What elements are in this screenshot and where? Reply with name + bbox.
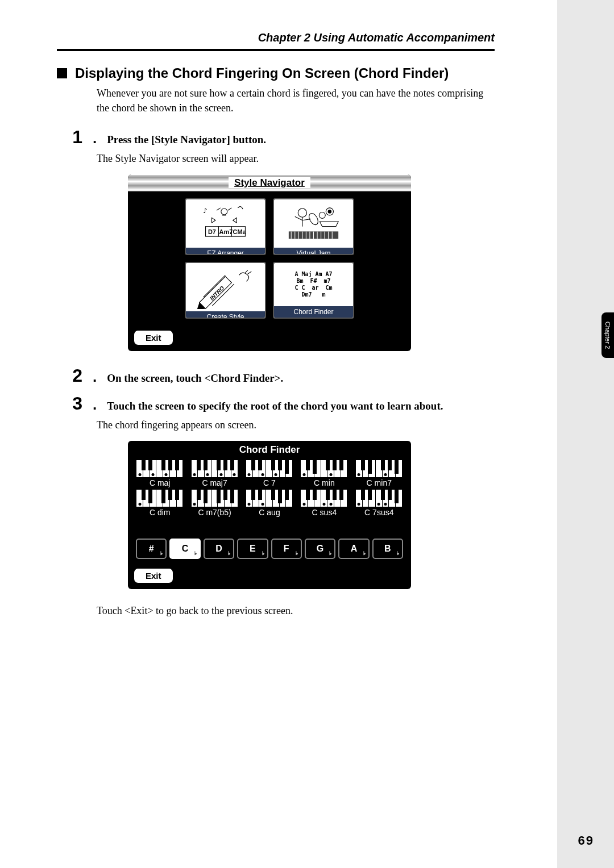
nav-title: Style Navigator [229, 177, 310, 189]
root-g-button[interactable]: G♭ [305, 539, 335, 559]
chord-label: C min7 [355, 477, 403, 487]
chord-cell[interactable]: C 7sus4 [355, 490, 403, 517]
chord-label: C m7(b5) [190, 507, 238, 517]
root-a-button[interactable]: A♭ [338, 539, 369, 559]
step-1: 1 . Press the [Style Navigator] button. [57, 127, 495, 148]
chord-cell[interactable]: C m7(b5) [190, 490, 238, 517]
chord-cell[interactable]: C maj7 [190, 460, 238, 487]
svg-text:Am7: Am7 [219, 228, 233, 235]
tile-ez-arranger[interactable]: ♪ D7 Am7 CMa [185, 198, 266, 255]
chord-label: C maj7 [190, 477, 238, 487]
svg-point-12 [319, 212, 325, 219]
step-number: 3 [57, 393, 82, 414]
header-rule [57, 49, 495, 51]
tile-vj-label: Virtual Jam [274, 248, 353, 256]
tile-cs-art: INTRO [186, 263, 265, 311]
step-instruction: On the screen, touch <Chord Finder>. [107, 371, 495, 386]
root-d-button[interactable]: D♭ [204, 539, 234, 559]
chord-label: C dim [136, 507, 184, 517]
chord-cell[interactable]: C min7 [355, 460, 403, 487]
root-b-button[interactable]: B♭ [372, 539, 403, 559]
nav-body: ♪ D7 Am7 CMa [128, 191, 411, 326]
step-dot: . [93, 396, 97, 414]
chord-finder-screenshot: Chord Finder C maj C maj7 [128, 441, 495, 589]
step-number: 1 [57, 127, 82, 148]
tile-cf-label: Chord Finder [274, 306, 353, 318]
nav-title-bar: Style Navigator [128, 174, 411, 191]
step-instruction: Touch the screen to specify the root of … [107, 399, 495, 414]
chapter-header: Chapter 2 Using Automatic Accompaniment [57, 31, 495, 49]
step-2: 2 . On the screen, touch <Chord Finder>. [57, 365, 495, 386]
style-navigator-screenshot: Style Navigator ♪ [128, 174, 495, 351]
step-3: 3 . Touch the screen to specify the root… [57, 393, 495, 414]
chord-screen-frame: Chord Finder C maj C maj7 [128, 441, 411, 589]
tile-virtual-jam[interactable]: Virtual Jam [273, 198, 354, 255]
chord-cell[interactable]: C sus4 [300, 490, 348, 517]
svg-text:D7: D7 [208, 228, 216, 235]
step-number: 2 [57, 365, 82, 386]
page-content: Chapter 2 Using Automatic Accompaniment … [57, 31, 495, 627]
section-heading-row: Displaying the Chord Fingering On Screen… [57, 65, 495, 81]
chord-cell[interactable]: C maj [136, 460, 184, 487]
section-title: Displaying the Chord Fingering On Screen… [75, 65, 449, 81]
side-gutter: Chapter 2 [557, 0, 614, 868]
virtual-jam-icon [276, 202, 351, 245]
mini-keyboard-icon [301, 490, 347, 507]
chord-grid: C maj C maj7 C 7 [128, 460, 411, 523]
root-f-button[interactable]: F♭ [271, 539, 302, 559]
step-dot: . [93, 130, 97, 147]
chord-label: C sus4 [300, 507, 348, 517]
create-style-icon: INTRO [188, 265, 263, 308]
mini-keyboard-icon [246, 490, 293, 507]
chord-finder-title: Chord Finder [128, 441, 411, 460]
tile-ez-art: ♪ D7 Am7 CMa [186, 199, 265, 247]
svg-point-11 [328, 210, 332, 214]
closing-text: Touch <Exit> to go back to the previous … [97, 603, 495, 618]
nav-screen-frame: Style Navigator ♪ [128, 174, 411, 351]
nav-exit-button[interactable]: Exit [134, 330, 173, 345]
chord-cell[interactable]: C min [300, 460, 348, 487]
chord-label: C aug [246, 507, 293, 517]
chord-label: C 7sus4 [355, 507, 403, 517]
step-3-sub: The chord fingering appears on screen. [97, 418, 495, 432]
mini-keyboard-icon [136, 490, 183, 507]
root-e-button[interactable]: E♭ [237, 539, 268, 559]
tile-cf-hint: A Maj Am A7 Bm F# m7 C C ar Cm Dm7 m [294, 271, 332, 298]
chapter-side-tab: Chapter 2 [601, 312, 614, 358]
mini-keyboard-icon [192, 460, 238, 477]
page-number: 69 [578, 833, 594, 848]
svg-text:CMa: CMa [233, 228, 247, 235]
chord-footer: Exit [128, 565, 411, 589]
ez-arranger-icon: ♪ D7 Am7 CMa [188, 202, 263, 245]
tile-vj-art [274, 199, 353, 247]
section-intro: Whenever you are not sure how a certain … [97, 86, 495, 115]
step-1-sub: The Style Navigator screen will appear. [97, 151, 495, 166]
chord-cell[interactable]: C aug [246, 490, 293, 517]
mini-keyboard-icon [136, 460, 183, 477]
chord-label: C min [300, 477, 348, 487]
root-c-button[interactable]: C♭ [169, 539, 200, 559]
tile-create-style[interactable]: INTRO Create Style [185, 262, 266, 319]
chord-cell[interactable]: C 7 [246, 460, 293, 487]
chord-label: C 7 [246, 477, 293, 487]
root-note-row: #♭ C♭ D♭ E♭ F♭ G♭ A♭ B♭ [128, 523, 411, 565]
step-dot: . [93, 368, 97, 386]
nav-footer: Exit [128, 326, 411, 351]
root-sharp-button[interactable]: #♭ [136, 539, 167, 559]
chord-cell[interactable]: C dim [136, 490, 184, 517]
tile-cs-label: Create Style [186, 311, 265, 319]
svg-point-8 [298, 208, 306, 217]
mini-keyboard-icon [356, 460, 403, 477]
chord-label: C maj [136, 477, 184, 487]
tile-chord-finder[interactable]: A Maj Am A7 Bm F# m7 C C ar Cm Dm7 m Cho… [273, 262, 354, 319]
mini-keyboard-icon [246, 460, 293, 477]
step-instruction: Press the [Style Navigator] button. [107, 132, 495, 148]
tile-cf-art: A Maj Am A7 Bm F# m7 C C ar Cm Dm7 m [274, 263, 353, 306]
mini-keyboard-icon [356, 490, 403, 507]
chord-exit-button[interactable]: Exit [134, 568, 173, 583]
mini-keyboard-icon [301, 460, 347, 477]
mini-keyboard-icon [192, 490, 238, 507]
tile-ez-label: EZ Arranger [186, 248, 265, 256]
section-bullet [57, 68, 67, 78]
svg-point-1 [221, 208, 227, 215]
